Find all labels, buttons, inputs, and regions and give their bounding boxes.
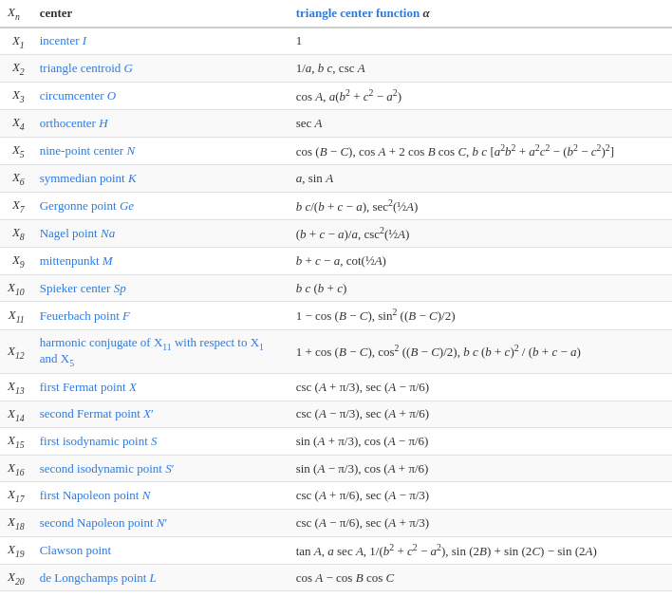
row-index: X17 <box>0 482 32 510</box>
row-index: X18 <box>0 509 32 536</box>
row-index: X7 <box>0 192 32 219</box>
center-name: circumcenter O <box>32 82 289 109</box>
center-name: Feuerbach point F <box>32 302 289 329</box>
col-func-header: triangle center function α <box>289 0 672 28</box>
row-index: X3 <box>0 82 32 109</box>
row-index: X5 <box>0 137 32 164</box>
center-function: 1/a, b c, csc A <box>289 55 672 83</box>
row-index: X12 <box>0 329 32 373</box>
row-index: X16 <box>0 455 32 482</box>
center-function: cos (B − C), cos A + 2 cos B cos C, b c … <box>289 137 672 164</box>
row-index: X9 <box>0 248 32 275</box>
table-row: X16second isodynamic point S′sin (A − π/… <box>0 455 672 482</box>
center-function: 1 − cos (B − C), sin2 ((B − C)/2) <box>289 302 672 329</box>
table-row: X8Nagel point Na(b + c − a)/a, csc2(½A) <box>0 219 672 247</box>
center-name: Spieker center Sp <box>32 274 289 302</box>
center-name: first Napoleon point N <box>32 482 289 510</box>
col-index-header: Xn <box>0 0 32 28</box>
row-index: X4 <box>0 110 32 138</box>
center-name: Clawson point <box>32 536 289 564</box>
row-index: X20 <box>0 564 32 591</box>
row-index: X10 <box>0 274 32 302</box>
center-function: csc (A + π/6), sec (A − π/3) <box>289 482 672 510</box>
table-row: X14second Fermat point X′csc (A − π/3), … <box>0 401 672 428</box>
center-name: second Napoleon point N′ <box>32 509 289 536</box>
row-index: X15 <box>0 428 32 456</box>
table-row: X10Spieker center Spb c (b + c) <box>0 274 672 302</box>
table-row: X15first isodynamic point Ssin (A + π/3)… <box>0 428 672 456</box>
row-index: X11 <box>0 302 32 329</box>
center-function: 1 <box>289 28 672 55</box>
table-row: X7Gergonne point Geb c/(b + c − a), sec2… <box>0 192 672 219</box>
row-index: X8 <box>0 219 32 247</box>
center-function: 1 + cos (B − C), cos2 ((B − C)/2), b c (… <box>289 329 672 373</box>
table-row: X17first Napoleon point Ncsc (A + π/6), … <box>0 482 672 510</box>
center-function: b c (b + c) <box>289 274 672 302</box>
center-name: orthocenter H <box>32 110 289 138</box>
row-index: X1 <box>0 28 32 55</box>
center-function: (b + c − a)/a, csc2(½A) <box>289 219 672 247</box>
center-name: symmedian point K <box>32 165 289 193</box>
table-row: X18second Napoleon point N′csc (A − π/6)… <box>0 509 672 536</box>
row-index: X2 <box>0 55 32 83</box>
table-row: X20de Longchamps point Lcos A − cos B co… <box>0 564 672 591</box>
center-function: cos A, a(b2 + c2 − a2) <box>289 82 672 109</box>
table-row: X13first Fermat point Xcsc (A + π/3), se… <box>0 373 672 401</box>
center-name: triangle centroid G <box>32 55 289 83</box>
col-center-header: center <box>32 0 289 28</box>
center-function: a, sin A <box>289 165 672 193</box>
center-function: sin (A + π/3), cos (A − π/6) <box>289 428 672 456</box>
table-row: X9mittenpunkt Mb + c − a, cot(½A) <box>0 248 672 275</box>
center-function: b + c − a, cot(½A) <box>289 248 672 275</box>
center-name: second Fermat point X′ <box>32 401 289 428</box>
center-name: first Fermat point X <box>32 373 289 401</box>
center-function: csc (A − π/6), sec (A + π/3) <box>289 509 672 536</box>
table-row: X4orthocenter Hsec A <box>0 110 672 138</box>
center-function: cos A − cos B cos C <box>289 564 672 591</box>
table-row: X11Feuerbach point F1 − cos (B − C), sin… <box>0 302 672 329</box>
table-row: X19Clawson pointtan A, a sec A, 1/(b2 + … <box>0 536 672 564</box>
center-function: tan A, a sec A, 1/(b2 + c2 − a2), sin (2… <box>289 536 672 564</box>
row-index: X19 <box>0 536 32 564</box>
center-name: Nagel point Na <box>32 219 289 247</box>
row-index: X13 <box>0 373 32 401</box>
center-name: second isodynamic point S′ <box>32 455 289 482</box>
table-row: X5nine-point center Ncos (B − C), cos A … <box>0 137 672 164</box>
center-name: de Longchamps point L <box>32 564 289 591</box>
row-index: X14 <box>0 401 32 428</box>
center-name: Gergonne point Ge <box>32 192 289 219</box>
center-name: mittenpunkt M <box>32 248 289 275</box>
center-name: harmonic conjugate of X11 with respect t… <box>32 329 289 373</box>
center-name: first isodynamic point S <box>32 428 289 456</box>
center-function: sec A <box>289 110 672 138</box>
center-function: b c/(b + c − a), sec2(½A) <box>289 192 672 219</box>
center-name: nine-point center N <box>32 137 289 164</box>
table-row: X2triangle centroid G1/a, b c, csc A <box>0 55 672 83</box>
row-index: X6 <box>0 165 32 193</box>
center-function: csc (A − π/3), sec (A + π/6) <box>289 401 672 428</box>
center-function: csc (A + π/3), sec (A − π/6) <box>289 373 672 401</box>
table-row: X12harmonic conjugate of X11 with respec… <box>0 329 672 373</box>
table-row: X6symmedian point Ka, sin A <box>0 165 672 193</box>
center-name: incenter I <box>32 28 289 55</box>
table-row: X3circumcenter Ocos A, a(b2 + c2 − a2) <box>0 82 672 109</box>
center-function: sin (A − π/3), cos (A + π/6) <box>289 455 672 482</box>
table-row: X1incenter I1 <box>0 28 672 55</box>
